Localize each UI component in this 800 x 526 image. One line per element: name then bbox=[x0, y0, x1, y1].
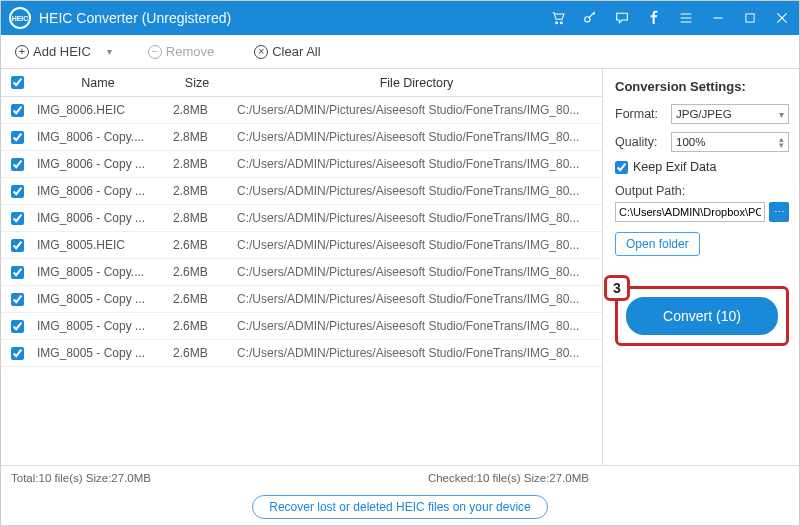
app-title: HEIC Converter (Unregistered) bbox=[39, 10, 549, 26]
clear-all-label: Clear All bbox=[272, 44, 320, 59]
row-name: IMG_8005.HEIC bbox=[33, 238, 163, 252]
svg-point-1 bbox=[560, 22, 562, 24]
open-folder-button[interactable]: Open folder bbox=[615, 232, 700, 256]
table-row[interactable]: IMG_8006 - Copy ...2.8MBC:/Users/ADMIN/P… bbox=[1, 151, 602, 178]
row-name: IMG_8005 - Copy.... bbox=[33, 265, 163, 279]
row-dir: C:/Users/ADMIN/Pictures/Aiseesoft Studio… bbox=[231, 292, 602, 306]
select-all-checkbox[interactable] bbox=[11, 76, 24, 89]
row-dir: C:/Users/ADMIN/Pictures/Aiseesoft Studio… bbox=[231, 346, 602, 360]
row-name: IMG_8006 - Copy ... bbox=[33, 157, 163, 171]
row-size: 2.6MB bbox=[163, 265, 231, 279]
header-dir: File Directory bbox=[231, 76, 602, 90]
row-name: IMG_8005 - Copy ... bbox=[33, 346, 163, 360]
add-heic-button[interactable]: + Add HEIC bbox=[11, 42, 95, 61]
app-logo-icon: HEIC bbox=[9, 7, 31, 29]
row-size: 2.8MB bbox=[163, 184, 231, 198]
add-heic-dropdown[interactable]: ▾ bbox=[107, 46, 112, 57]
cart-icon[interactable] bbox=[549, 9, 567, 27]
clear-all-button[interactable]: × Clear All bbox=[250, 42, 324, 61]
convert-button[interactable]: Convert (10) bbox=[626, 297, 778, 335]
add-heic-label: Add HEIC bbox=[33, 44, 91, 59]
row-dir: C:/Users/ADMIN/Pictures/Aiseesoft Studio… bbox=[231, 184, 602, 198]
toolbar: + Add HEIC ▾ − Remove × Clear All bbox=[1, 35, 799, 69]
output-path-input[interactable] bbox=[615, 202, 765, 222]
chevron-down-icon: ▾ bbox=[779, 109, 784, 120]
row-size: 2.8MB bbox=[163, 130, 231, 144]
row-checkbox[interactable] bbox=[11, 158, 24, 171]
row-checkbox[interactable] bbox=[11, 239, 24, 252]
table-row[interactable]: IMG_8005 - Copy ...2.6MBC:/Users/ADMIN/P… bbox=[1, 313, 602, 340]
quality-stepper[interactable]: 100% ▴▾ bbox=[671, 132, 789, 152]
table-row[interactable]: IMG_8006 - Copy ...2.8MBC:/Users/ADMIN/P… bbox=[1, 178, 602, 205]
settings-title: Conversion Settings: bbox=[615, 79, 789, 94]
close-icon[interactable] bbox=[773, 9, 791, 27]
row-checkbox[interactable] bbox=[11, 266, 24, 279]
browse-button[interactable]: ⋯ bbox=[769, 202, 789, 222]
facebook-icon[interactable] bbox=[645, 9, 663, 27]
x-icon: × bbox=[254, 45, 268, 59]
maximize-icon[interactable] bbox=[741, 9, 759, 27]
recover-link[interactable]: Recover lost or deleted HEIC files on yo… bbox=[252, 495, 547, 519]
format-label: Format: bbox=[615, 107, 665, 121]
step-badge: 3 bbox=[604, 275, 630, 301]
row-checkbox[interactable] bbox=[11, 185, 24, 198]
plus-icon: + bbox=[15, 45, 29, 59]
row-checkbox[interactable] bbox=[11, 104, 24, 117]
convert-callout: 3 Convert (10) bbox=[615, 286, 789, 346]
remove-label: Remove bbox=[166, 44, 214, 59]
table-row[interactable]: IMG_8006 - Copy....2.8MBC:/Users/ADMIN/P… bbox=[1, 124, 602, 151]
row-name: IMG_8006.HEIC bbox=[33, 103, 163, 117]
app-window: HEIC HEIC Converter (Unregistered) + Add… bbox=[0, 0, 800, 526]
minus-icon: − bbox=[148, 45, 162, 59]
file-rows: IMG_8006.HEIC2.8MBC:/Users/ADMIN/Picture… bbox=[1, 97, 602, 367]
title-bar: HEIC HEIC Converter (Unregistered) bbox=[1, 1, 799, 35]
table-row[interactable]: IMG_8005.HEIC2.6MBC:/Users/ADMIN/Picture… bbox=[1, 232, 602, 259]
row-dir: C:/Users/ADMIN/Pictures/Aiseesoft Studio… bbox=[231, 130, 602, 144]
row-dir: C:/Users/ADMIN/Pictures/Aiseesoft Studio… bbox=[231, 103, 602, 117]
keep-exif-checkbox[interactable] bbox=[615, 161, 628, 174]
svg-rect-3 bbox=[746, 14, 754, 22]
status-checked: Checked:10 file(s) Size:27.0MB bbox=[428, 472, 589, 484]
header-name: Name bbox=[33, 76, 163, 90]
row-size: 2.8MB bbox=[163, 157, 231, 171]
stepper-arrows-icon: ▴▾ bbox=[779, 136, 784, 149]
key-icon[interactable] bbox=[581, 9, 599, 27]
header-size: Size bbox=[163, 76, 231, 90]
table-row[interactable]: IMG_8005 - Copy....2.6MBC:/Users/ADMIN/P… bbox=[1, 259, 602, 286]
row-size: 2.8MB bbox=[163, 103, 231, 117]
row-size: 2.6MB bbox=[163, 292, 231, 306]
row-dir: C:/Users/ADMIN/Pictures/Aiseesoft Studio… bbox=[231, 238, 602, 252]
feedback-icon[interactable] bbox=[613, 9, 631, 27]
minimize-icon[interactable] bbox=[709, 9, 727, 27]
row-size: 2.6MB bbox=[163, 238, 231, 252]
settings-panel: Conversion Settings: Format: JPG/JPEG ▾ … bbox=[603, 69, 799, 465]
row-checkbox[interactable] bbox=[11, 320, 24, 333]
svg-point-0 bbox=[556, 22, 558, 24]
table-row[interactable]: IMG_8006 - Copy ...2.8MBC:/Users/ADMIN/P… bbox=[1, 205, 602, 232]
status-bar: Total:10 file(s) Size:27.0MB Checked:10 … bbox=[1, 465, 799, 489]
quality-label: Quality: bbox=[615, 135, 665, 149]
row-size: 2.6MB bbox=[163, 319, 231, 333]
format-select[interactable]: JPG/JPEG ▾ bbox=[671, 104, 789, 124]
footer: Recover lost or deleted HEIC files on yo… bbox=[1, 489, 799, 525]
table-row[interactable]: IMG_8005 - Copy ...2.6MBC:/Users/ADMIN/P… bbox=[1, 286, 602, 313]
svg-point-2 bbox=[585, 17, 590, 22]
row-checkbox[interactable] bbox=[11, 212, 24, 225]
row-checkbox[interactable] bbox=[11, 131, 24, 144]
output-path-label: Output Path: bbox=[615, 184, 789, 198]
row-name: IMG_8005 - Copy ... bbox=[33, 319, 163, 333]
format-value: JPG/JPEG bbox=[676, 108, 732, 120]
file-list-pane: Name Size File Directory IMG_8006.HEIC2.… bbox=[1, 69, 603, 465]
row-name: IMG_8005 - Copy ... bbox=[33, 292, 163, 306]
row-checkbox[interactable] bbox=[11, 347, 24, 360]
keep-exif-label: Keep Exif Data bbox=[633, 160, 716, 174]
menu-icon[interactable] bbox=[677, 9, 695, 27]
table-header: Name Size File Directory bbox=[1, 69, 602, 97]
table-row[interactable]: IMG_8005 - Copy ...2.6MBC:/Users/ADMIN/P… bbox=[1, 340, 602, 367]
row-name: IMG_8006 - Copy ... bbox=[33, 211, 163, 225]
row-dir: C:/Users/ADMIN/Pictures/Aiseesoft Studio… bbox=[231, 319, 602, 333]
row-size: 2.6MB bbox=[163, 346, 231, 360]
row-name: IMG_8006 - Copy ... bbox=[33, 184, 163, 198]
table-row[interactable]: IMG_8006.HEIC2.8MBC:/Users/ADMIN/Picture… bbox=[1, 97, 602, 124]
row-checkbox[interactable] bbox=[11, 293, 24, 306]
